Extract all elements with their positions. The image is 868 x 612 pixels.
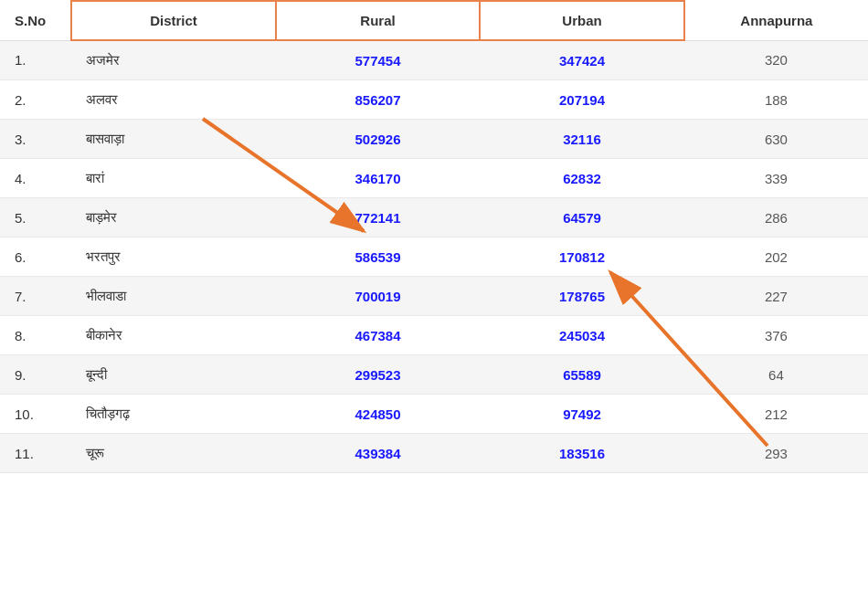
rural-cell: 700019 [276, 277, 481, 316]
sno-cell: 11. [0, 434, 71, 473]
rural-cell: 299523 [276, 355, 481, 395]
urban-cell: 97492 [480, 395, 684, 434]
urban-cell: 178765 [480, 277, 684, 316]
urban-cell: 207194 [480, 80, 684, 120]
rural-cell: 424850 [276, 395, 481, 434]
annapurna-cell: 212 [684, 395, 868, 434]
sno-cell: 8. [0, 316, 71, 355]
rural-cell: 856207 [276, 80, 481, 120]
sno-cell: 9. [0, 355, 71, 395]
rural-cell: 772141 [276, 198, 481, 237]
table-row: 7.भीलवाडा700019178765227 [0, 277, 868, 316]
district-cell: बासवाड़ा [71, 120, 276, 159]
annapurna-cell: 376 [684, 316, 868, 355]
table-row: 10.चितौड़गढ़42485097492212 [0, 395, 868, 434]
district-cell: भरतपुर [71, 237, 276, 277]
sno-cell: 1. [0, 40, 71, 80]
sno-cell: 3. [0, 120, 71, 159]
table-row: 2.अलवर856207207194188 [0, 80, 868, 120]
annapurna-cell: 227 [684, 277, 868, 316]
sno-cell: 5. [0, 198, 71, 237]
district-cell: बाड़मेर [71, 198, 276, 237]
annapurna-cell: 286 [684, 198, 868, 237]
annapurna-cell: 188 [684, 80, 868, 120]
annapurna-cell: 293 [684, 434, 868, 473]
rural-cell: 577454 [276, 40, 481, 80]
rural-header: Rural [276, 1, 481, 40]
table-row: 6.भरतपुर586539170812202 [0, 237, 868, 277]
annapurna-cell: 339 [684, 159, 868, 198]
sno-cell: 2. [0, 80, 71, 120]
urban-cell: 170812 [480, 237, 684, 277]
sno-cell: 4. [0, 159, 71, 198]
urban-cell: 183516 [480, 434, 684, 473]
sno-cell: 6. [0, 237, 71, 277]
urban-header: Urban [480, 1, 684, 40]
annapurna-cell: 64 [684, 355, 868, 395]
district-cell: बून्दी [71, 355, 276, 395]
annapurna-cell: 320 [684, 40, 868, 80]
district-cell: बारां [71, 159, 276, 198]
table-row: 5.बाड़मेर77214164579286 [0, 198, 868, 237]
urban-cell: 65589 [480, 355, 684, 395]
annapurna-header: Annapurna [684, 1, 868, 40]
rural-cell: 467384 [276, 316, 481, 355]
annapurna-cell: 202 [684, 237, 868, 277]
rural-cell: 502926 [276, 120, 481, 159]
urban-cell: 64579 [480, 198, 684, 237]
sno-header: S.No [0, 1, 71, 40]
urban-cell: 245034 [480, 316, 684, 355]
rural-cell: 586539 [276, 237, 481, 277]
urban-cell: 347424 [480, 40, 684, 80]
district-cell: चितौड़गढ़ [71, 395, 276, 434]
district-cell: अलवर [71, 80, 276, 120]
table-row: 4.बारां34617062832339 [0, 159, 868, 198]
table-row: 9.बून्दी2995236558964 [0, 355, 868, 395]
district-cell: बीकानेर [71, 316, 276, 355]
table-row: 11.चूरू439384183516293 [0, 434, 868, 473]
annapurna-cell: 630 [684, 120, 868, 159]
district-cell: अजमेर [71, 40, 276, 80]
table-row: 1.अजमेर577454347424320 [0, 40, 868, 80]
urban-cell: 62832 [480, 159, 684, 198]
district-cell: भीलवाडा [71, 277, 276, 316]
rural-cell: 346170 [276, 159, 481, 198]
table-row: 3.बासवाड़ा50292632116630 [0, 120, 868, 159]
sno-cell: 7. [0, 277, 71, 316]
table-row: 8.बीकानेर467384245034376 [0, 316, 868, 355]
rural-cell: 439384 [276, 434, 481, 473]
district-header: District [71, 1, 276, 40]
sno-cell: 10. [0, 395, 71, 434]
district-cell: चूरू [71, 434, 276, 473]
table-header-row: S.No District Rural Urban Annapurna [0, 1, 868, 40]
data-table: S.No District Rural Urban Annapurna 1.अज… [0, 0, 868, 473]
urban-cell: 32116 [480, 120, 684, 159]
